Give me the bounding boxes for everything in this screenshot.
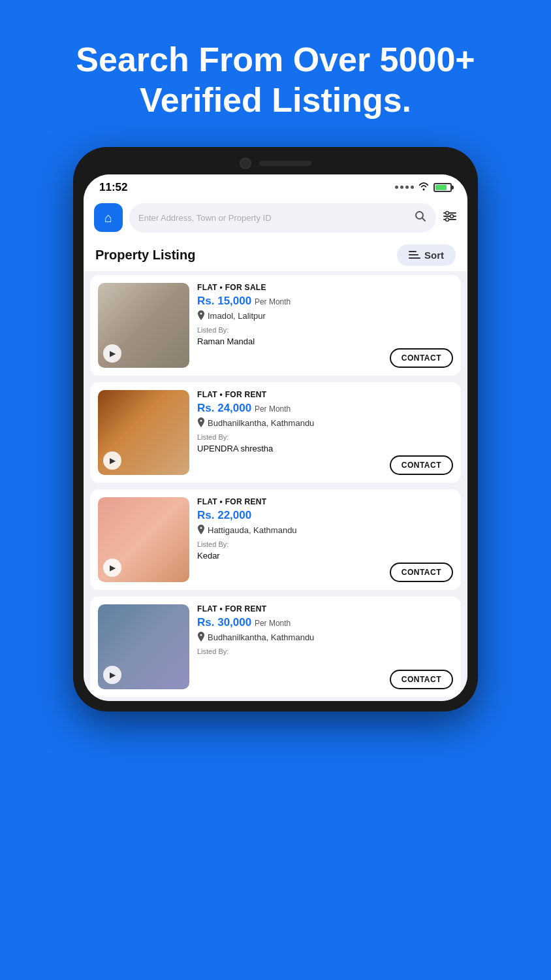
phone-camera: [240, 157, 251, 169]
search-placeholder-text: Enter Address, Town or Property ID: [138, 213, 409, 223]
listing-header: Property Listing Sort: [84, 238, 467, 271]
battery-icon: [433, 183, 452, 192]
sort-button[interactable]: Sort: [397, 244, 456, 266]
play-button-icon[interactable]: ▶: [103, 559, 121, 577]
search-icon[interactable]: [414, 210, 427, 226]
listing-type: FLAT • FOR RENT: [197, 390, 453, 399]
listing-image: ▶: [98, 497, 189, 582]
listing-card: ▶ FLAT • FOR SALE Rs. 15,000 Per Month I…: [90, 275, 461, 376]
listing-price: Rs. 15,000 Per Month: [197, 295, 453, 308]
listing-type: FLAT • FOR SALE: [197, 283, 453, 292]
listed-by-label: Listed By:: [197, 326, 453, 334]
listing-location: Budhanilkantha, Kathmandu: [197, 632, 453, 644]
listed-by-name: UPENDRA shrestha: [197, 444, 453, 453]
phone-screen: 11:52: [84, 174, 467, 701]
listed-by-label: Listed By:: [197, 647, 453, 655]
phone-speaker: [259, 161, 311, 166]
app-logo[interactable]: ⌂: [94, 203, 123, 232]
contact-button[interactable]: CONTACT: [390, 348, 453, 368]
listed-by-label: Listed By:: [197, 540, 453, 548]
location-pin-icon: [197, 310, 205, 322]
listing-type: FLAT • FOR RENT: [197, 604, 453, 613]
listing-price: Rs. 24,000 Per Month: [197, 402, 453, 415]
location-pin-icon: [197, 632, 205, 644]
listing-image: ▶: [98, 283, 189, 368]
contact-button[interactable]: CONTACT: [390, 455, 453, 475]
listed-by-name: Raman Mandal: [197, 336, 453, 346]
listed-by-label: Listed By:: [197, 433, 453, 441]
svg-point-5: [450, 214, 454, 218]
sort-label: Sort: [424, 250, 444, 261]
svg-point-4: [446, 211, 449, 214]
listing-price: Rs. 22,000: [197, 509, 453, 522]
search-input-wrapper[interactable]: Enter Address, Town or Property ID: [129, 203, 436, 233]
listing-type: FLAT • FOR RENT: [197, 497, 453, 506]
listing-card: ▶ FLAT • FOR RENT Rs. 22,000 Hattigauda,…: [90, 489, 461, 590]
status-time: 11:52: [99, 181, 127, 194]
location-pin-icon: [197, 417, 205, 429]
app-logo-icon: ⌂: [104, 210, 112, 225]
listing-card: ▶ FLAT • FOR RENT Rs. 24,000 Per Month B…: [90, 382, 461, 483]
listing-location: Imadol, Lalitpur: [197, 310, 453, 322]
filter-icon[interactable]: [443, 210, 457, 226]
listing-location: Hattigauda, Kathmandu: [197, 525, 453, 536]
hero-title: Search From Over 5000+ Verified Listings…: [0, 39, 551, 121]
listing-card: ▶ FLAT • FOR RENT Rs. 30,000 Per Month B…: [90, 596, 461, 697]
listing-price: Rs. 30,000 Per Month: [197, 616, 453, 629]
listed-by-name: Kedar: [197, 551, 453, 561]
status-icons: [395, 182, 452, 193]
search-bar: ⌂ Enter Address, Town or Property ID: [84, 198, 467, 238]
contact-button[interactable]: CONTACT: [390, 563, 453, 582]
price-period: Per Month: [255, 404, 291, 414]
listings-container: ▶ FLAT • FOR SALE Rs. 15,000 Per Month I…: [84, 271, 467, 701]
listing-image: ▶: [98, 604, 189, 689]
play-button-icon[interactable]: ▶: [103, 344, 121, 363]
listing-image: ▶: [98, 390, 189, 475]
listing-location: Budhanilkantha, Kathmandu: [197, 417, 453, 429]
phone-shell: 11:52: [73, 147, 478, 711]
price-period: Per Month: [255, 297, 291, 306]
location-pin-icon: [197, 525, 205, 536]
play-button-icon[interactable]: ▶: [103, 666, 121, 684]
svg-point-6: [446, 218, 449, 221]
listing-section-title: Property Listing: [95, 248, 195, 263]
phone-camera-bar: [84, 157, 467, 169]
signal-dots-icon: [395, 186, 414, 189]
contact-button[interactable]: CONTACT: [390, 670, 453, 689]
price-period: Per Month: [255, 619, 291, 628]
status-bar: 11:52: [84, 174, 467, 198]
wifi-icon: [418, 182, 430, 193]
play-button-icon[interactable]: ▶: [103, 451, 121, 470]
